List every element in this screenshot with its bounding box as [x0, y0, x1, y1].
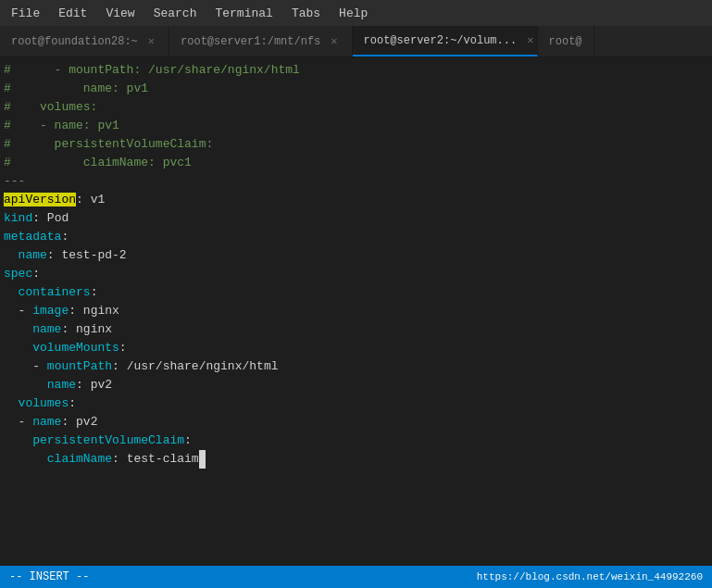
menu-bar: File Edit View Search Terminal Tabs Help	[0, 0, 712, 26]
status-left: -- INSERT --	[9, 570, 89, 583]
line-3: # volumes:	[0, 98, 712, 117]
menu-view[interactable]: View	[98, 5, 142, 22]
line-1: # - mountPath: /usr/share/nginx/html	[0, 61, 712, 80]
menu-edit[interactable]: Edit	[51, 5, 94, 22]
tab-4[interactable]: root@	[538, 26, 594, 56]
tab-3-close[interactable]: ✕	[524, 32, 536, 48]
line-14: - image: nginx	[0, 302, 712, 320]
status-right: https://blog.csdn.net/weixin_44992260	[477, 571, 703, 582]
status-url: https://blog.csdn.net/weixin_44992260	[477, 571, 703, 582]
line-7: ---	[0, 172, 712, 191]
line-11: name: test-pd-2	[0, 246, 712, 265]
tab-2-close[interactable]: ✕	[328, 33, 340, 49]
tab-bar: root@foundation28:~ ✕ root@server1:/mnt/…	[0, 26, 712, 57]
line-22: claimName: test-claim	[0, 450, 712, 469]
line-21: persistentVolumeClaim:	[0, 432, 712, 450]
menu-terminal[interactable]: Terminal	[207, 5, 280, 22]
line-9: kind: Pod	[0, 209, 712, 228]
tab-4-label: root@	[549, 35, 582, 48]
tab-2[interactable]: root@server1:/mnt/nfs ✕	[169, 26, 352, 56]
menu-search[interactable]: Search	[146, 5, 205, 22]
line-15: name: nginx	[0, 320, 712, 339]
line-20: - name: pv2	[0, 413, 712, 432]
line-8: apiVersion: v1	[0, 191, 712, 209]
tab-3-label: root@server2:~/volum...	[364, 34, 518, 47]
menu-help[interactable]: Help	[331, 5, 375, 22]
line-16: volumeMounts:	[0, 339, 712, 357]
line-17: - mountPath: /usr/share/nginx/html	[0, 357, 712, 376]
line-5: # persistentVolumeClaim:	[0, 135, 712, 154]
line-18: name: pv2	[0, 376, 712, 394]
line-2: # name: pv1	[0, 80, 712, 98]
line-10: metadata:	[0, 228, 712, 246]
line-12: spec:	[0, 265, 712, 283]
tab-2-label: root@server1:/mnt/nfs	[181, 35, 320, 48]
line-13: containers:	[0, 283, 712, 302]
text-cursor	[199, 450, 206, 469]
line-19: volumes:	[0, 394, 712, 413]
status-bar: -- INSERT -- https://blog.csdn.net/weixi…	[0, 566, 712, 588]
line-4: # - name: pv1	[0, 117, 712, 135]
insert-mode-indicator: -- INSERT --	[9, 570, 89, 583]
line-6: # claimName: pvc1	[0, 154, 712, 172]
tab-1[interactable]: root@foundation28:~ ✕	[0, 26, 169, 56]
editor-area: # - mountPath: /usr/share/nginx/html # n…	[0, 57, 712, 566]
menu-tabs[interactable]: Tabs	[284, 5, 328, 22]
tab-3[interactable]: root@server2:~/volum... ✕	[353, 26, 538, 56]
tab-1-close[interactable]: ✕	[145, 33, 157, 49]
menu-file[interactable]: File	[4, 5, 47, 22]
tab-1-label: root@foundation28:~	[11, 35, 138, 48]
